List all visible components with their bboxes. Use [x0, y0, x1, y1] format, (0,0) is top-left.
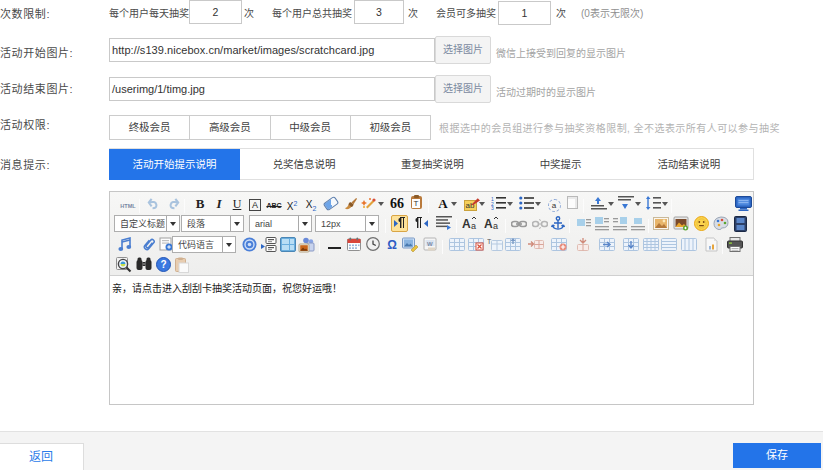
svg-text:W: W	[427, 241, 433, 247]
svg-text:a: a	[493, 221, 498, 230]
svg-text:A: A	[484, 217, 493, 230]
svg-text:A: A	[462, 217, 471, 230]
svg-text:a: a	[471, 221, 476, 230]
svg-text:?: ?	[160, 259, 166, 270]
svg-text:T: T	[487, 238, 492, 245]
svg-text:3: 3	[491, 205, 494, 210]
